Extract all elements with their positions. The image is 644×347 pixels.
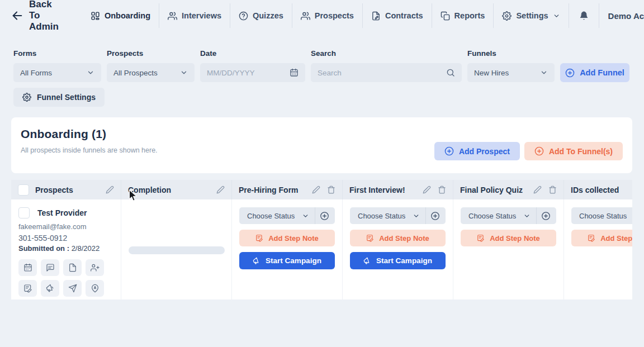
completion-progress-bar <box>129 246 225 254</box>
add-funnel-button[interactable]: Add Funnel <box>560 63 629 82</box>
add-step-note-button[interactable]: Add Step Note <box>461 230 556 246</box>
add-step-note-button[interactable]: Add Step Note <box>239 230 335 246</box>
choose-status-label: Choose Status <box>579 212 632 220</box>
app-root: Back To Admin Onboarding Interviews Quiz… <box>0 0 644 347</box>
completion-cell <box>121 199 232 300</box>
account-menu[interactable]: Demo Account <box>599 3 644 28</box>
add-prospect-button[interactable]: Add Prospect <box>434 142 520 160</box>
date-input[interactable] <box>207 69 290 77</box>
chevron-down-icon <box>302 212 309 220</box>
prospect-submitted: Submitted on : 2/8/2022 <box>18 244 113 253</box>
location-pin-icon <box>91 284 100 293</box>
funnels-label: Funnels <box>467 49 555 58</box>
megaphone-icon <box>46 284 55 293</box>
message-button[interactable] <box>41 259 59 276</box>
edit-column-icon[interactable] <box>216 186 225 194</box>
dashboard-icon <box>91 11 100 21</box>
add-step-note-label: Add Step Note <box>379 234 429 243</box>
add-step-note-label: Add Step Note <box>268 234 319 243</box>
column-header-completion: Completion <box>121 180 232 199</box>
funnel-settings-button[interactable]: Funnel Settings <box>13 88 105 107</box>
add-status-button[interactable] <box>430 211 440 221</box>
start-campaign-label: Start Campaign <box>376 256 432 265</box>
prospects-label: Prospects <box>107 49 195 58</box>
page-title: Onboarding (1) <box>21 127 623 141</box>
choose-status-dropdown[interactable]: Choose Status <box>571 207 632 224</box>
search-input[interactable] <box>318 69 446 77</box>
funnels-select[interactable]: New Hires <box>467 63 555 82</box>
people-icon <box>168 11 177 21</box>
add-user-button[interactable] <box>86 259 104 276</box>
add-status-button[interactable] <box>320 211 329 221</box>
choose-status-dropdown[interactable]: Choose Status <box>350 207 446 224</box>
step-cell-pre-hiring-form: Choose Status Add Step Note <box>232 199 343 300</box>
chevron-down-icon <box>553 12 560 20</box>
user-plus-icon <box>91 263 100 272</box>
prospect-email: fakeemail@fake.com <box>18 222 113 231</box>
tab-quizzes[interactable]: Quizzes <box>230 3 292 28</box>
funnel-table: Prospects Completion Pre-Hiring Form <box>11 180 632 300</box>
send-icon <box>68 284 77 293</box>
question-circle-icon <box>239 11 248 21</box>
back-to-admin-label: Back To Admin <box>29 0 59 32</box>
back-arrow-icon <box>11 9 23 22</box>
forms-select[interactable]: All Forms <box>13 63 101 82</box>
send-button[interactable] <box>63 280 82 297</box>
chevron-down-icon <box>413 212 420 220</box>
column-label: Completion <box>128 186 171 194</box>
choose-status-label: Choose Status <box>358 212 413 220</box>
choose-status-dropdown[interactable]: Choose Status <box>239 207 335 224</box>
gear-icon <box>502 11 512 21</box>
tab-reports[interactable]: Reports <box>432 3 494 28</box>
choose-status-dropdown[interactable]: Choose Status <box>461 207 556 224</box>
select-all-checkbox[interactable] <box>18 184 29 196</box>
start-campaign-button[interactable]: Start Campaign <box>350 252 446 269</box>
tab-label: Contracts <box>385 11 423 20</box>
back-to-admin-button[interactable]: Back To Admin <box>11 0 59 32</box>
date-filter: Date <box>200 49 305 82</box>
date-label: Date <box>200 49 305 58</box>
account-label: Demo Account <box>608 11 644 21</box>
tab-prospects[interactable]: Prospects <box>292 3 362 28</box>
column-label: IDs collected <box>571 186 619 194</box>
document-button[interactable] <box>63 259 82 276</box>
add-step-note-button[interactable]: Add Step Note <box>350 230 446 246</box>
column-label: Prospects <box>35 186 73 194</box>
edit-column-icon[interactable] <box>533 186 542 194</box>
location-button[interactable] <box>86 280 104 297</box>
column-label: Final Policy Quiz <box>460 186 523 194</box>
tab-onboarding[interactable]: Onboarding <box>82 3 159 28</box>
prospect-phone: 301-555-0912 <box>18 234 113 243</box>
calendar-icon <box>23 263 32 272</box>
chevron-down-icon <box>180 69 188 77</box>
tab-label: Quizzes <box>253 11 283 20</box>
prospect-quick-actions <box>18 259 113 297</box>
column-header-pre-hiring-form: Pre-Hiring Form <box>232 180 343 199</box>
plus-circle-icon <box>444 146 454 156</box>
contract-icon <box>371 11 381 21</box>
start-campaign-button[interactable]: Start Campaign <box>239 252 335 269</box>
add-status-button[interactable] <box>541 211 551 221</box>
row-checkbox[interactable] <box>18 207 30 218</box>
delete-column-icon[interactable] <box>327 186 335 194</box>
notifications-button[interactable] <box>569 3 599 28</box>
note-button[interactable] <box>18 280 37 297</box>
edit-column-icon[interactable] <box>312 186 320 194</box>
chevron-down-icon <box>523 212 531 220</box>
note-edit-icon <box>23 284 32 293</box>
add-to-funnels-button[interactable]: Add To Funnel(s) <box>524 142 623 160</box>
calendar-button[interactable] <box>18 259 37 276</box>
edit-column-icon[interactable] <box>106 186 114 194</box>
delete-column-icon[interactable] <box>548 186 557 194</box>
prospects-select[interactable]: All Prospects <box>107 63 195 82</box>
edit-column-icon[interactable] <box>423 186 431 194</box>
prospects-filter: Prospects All Prospects <box>107 49 195 82</box>
add-to-funnels-label: Add To Funnel(s) <box>549 147 613 156</box>
tab-settings[interactable]: Settings <box>493 3 568 28</box>
add-step-note-button[interactable]: Add Step Note <box>571 230 632 246</box>
tab-contracts[interactable]: Contracts <box>362 3 432 28</box>
tab-interviews[interactable]: Interviews <box>159 3 230 28</box>
campaign-button[interactable] <box>41 280 59 297</box>
nav-right: Demo Account <box>569 3 644 28</box>
delete-column-icon[interactable] <box>438 186 446 194</box>
